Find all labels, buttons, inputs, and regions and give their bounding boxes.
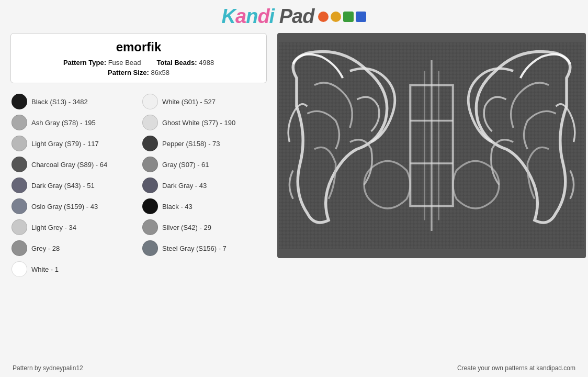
bead-color-label: Silver (S42) - 29 [162,224,211,231]
bead-color-item: White - 1 [10,259,136,279]
right-panel [277,33,586,279]
bead-swatch [142,136,158,151]
bead-swatch [142,94,158,109]
logo: Kandi Pad [222,5,314,28]
bead-color-label: Charcoal Gray (S89) - 64 [31,161,107,169]
bead-color-item: Light Gray (S79) - 117 [10,134,136,153]
bead-color-item: Light Grey - 34 [10,217,136,237]
bead-colors-grid: Black (S13) - 3482White (S01) - 527Ash G… [10,92,267,279]
pattern-image-container [277,33,586,258]
pattern-size-row: Pattern Size: 86x58 [19,69,258,76]
bead-color-label: Black (S13) - 3482 [31,98,88,106]
pattern-beads: Total Beads: 4988 [157,59,214,66]
bead-color-item: Gray (S07) - 61 [141,154,267,174]
bead-color-item: Oslo Gray (S159) - 43 [10,196,136,216]
logo-kandi: K [222,5,235,27]
bead-swatch [142,115,158,130]
bead-color-item: Dark Gray - 43 [141,175,267,195]
bead-swatch [142,198,158,214]
bead-color-label: Gray (S07) - 61 [162,161,209,169]
pattern-title: emorfik [19,40,258,54]
bead-color-label: Dark Gray - 43 [162,182,207,190]
main-content: emorfik Pattern Type: Fuse Bead Total Be… [10,33,578,279]
header: Kandi Pad [222,5,367,28]
bead-color-label: White (S01) - 527 [162,98,216,106]
footer: Pattern by sydneypalin12 Create your own… [10,360,578,372]
bead-color-item: Silver (S42) - 29 [141,217,267,237]
bead-swatch [12,115,27,130]
bead-color-label: Dark Gray (S43) - 51 [31,182,95,190]
bead-swatch [12,240,27,256]
bead-color-item: White (S01) - 527 [141,92,267,112]
bead-swatch [142,157,158,172]
bead-color-item: Dark Gray (S43) - 51 [10,175,136,195]
bead-color-label: Black - 43 [162,203,193,210]
bead-swatch [12,261,27,277]
bead-swatch [12,178,27,193]
bead-color-label: Ash Gray (S78) - 195 [31,119,96,127]
icon-green [343,12,354,22]
bead-color-item: Pepper (S158) - 73 [141,134,267,153]
pattern-meta: Pattern Type: Fuse Bead Total Beads: 498… [19,59,258,66]
bead-swatch [142,219,158,235]
bead-color-item: Black - 43 [141,196,267,216]
left-panel: emorfik Pattern Type: Fuse Bead Total Be… [10,33,267,279]
bead-color-item: Ash Gray (S78) - 195 [10,113,136,132]
bead-color-label: Oslo Gray (S159) - 43 [31,203,98,210]
bead-swatch [12,136,27,151]
bead-color-label: Light Gray (S79) - 117 [31,140,99,148]
bead-swatch [12,219,27,235]
icon-blue [356,12,366,22]
bead-color-item: Charcoal Gray (S89) - 64 [10,154,136,174]
bead-color-item: Black (S13) - 3482 [10,92,136,112]
bead-color-label: Steel Gray (S156) - 7 [162,245,227,252]
pattern-size: Pattern Size: 86x58 [108,69,169,76]
bead-swatch [142,178,158,193]
bead-color-label: Ghost White (S77) - 190 [162,119,235,127]
page-wrapper: Kandi Pad emorfik Pattern Type: Fuse Bea… [0,0,588,377]
bead-swatch [142,240,158,256]
bead-swatch [12,157,27,172]
logo-icons [318,12,366,22]
bead-color-label: Grey - 28 [31,245,60,252]
bead-swatch [12,94,27,109]
bead-color-label: White - 1 [31,265,59,273]
icon-orange [318,12,329,22]
footer-left: Pattern by sydneypalin12 [13,364,83,372]
icon-yellow [331,12,341,22]
pattern-info-box: emorfik Pattern Type: Fuse Bead Total Be… [10,33,267,83]
bead-color-item: Steel Gray (S156) - 7 [141,238,267,258]
pattern-canvas [279,35,584,257]
bead-swatch [12,198,27,214]
footer-right: Create your own patterns at kandipad.com [457,364,575,372]
pattern-type: Pattern Type: Fuse Bead [63,59,141,66]
bead-color-item: Grey - 28 [10,238,136,258]
bead-color-label: Pepper (S158) - 73 [162,140,220,148]
bead-color-item: Ghost White (S77) - 190 [141,113,267,132]
bead-color-label: Light Grey - 34 [31,224,76,231]
